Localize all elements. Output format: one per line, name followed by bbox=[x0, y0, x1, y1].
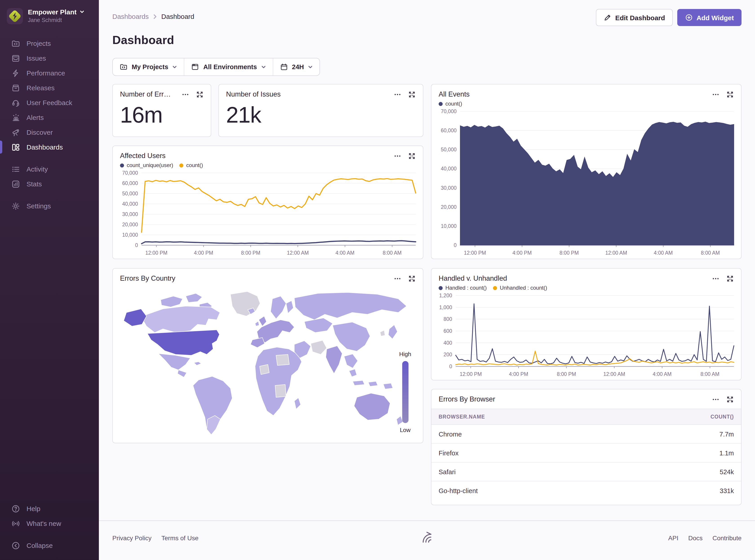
expand-icon[interactable] bbox=[408, 275, 416, 282]
contribute-link[interactable]: Contribute bbox=[713, 534, 741, 542]
table-row: Firefox 1.1m bbox=[431, 444, 741, 463]
breadcrumb-dashboards-link[interactable]: Dashboards bbox=[112, 13, 149, 20]
svg-text:40,000: 40,000 bbox=[441, 166, 457, 172]
user-feedback-icon bbox=[11, 98, 20, 107]
expand-icon[interactable] bbox=[726, 395, 734, 403]
widget-menu-icon[interactable] bbox=[712, 275, 719, 282]
sidebar-item-label: Stats bbox=[26, 180, 42, 188]
country-central-asia bbox=[304, 318, 332, 333]
sidebar-item-collapse[interactable]: Collapse bbox=[0, 538, 99, 553]
widget-handled-unhandled: Handled v. Unhandled Handled : count() bbox=[431, 268, 741, 380]
sidebar-item-issues[interactable]: Issues bbox=[0, 51, 99, 65]
country-finland bbox=[286, 301, 293, 314]
sidebar-item-label: Help bbox=[26, 505, 40, 513]
widget-menu-icon[interactable] bbox=[181, 91, 189, 98]
legend-unhandled[interactable]: Unhandled : count() bbox=[493, 285, 547, 291]
svg-text:200: 200 bbox=[444, 352, 452, 358]
widget-errors-by-country: Errors By Country bbox=[112, 268, 423, 443]
widget-menu-icon[interactable] bbox=[712, 395, 719, 403]
edit-dashboard-label: Edit Dashboard bbox=[615, 14, 665, 21]
country-libya bbox=[276, 355, 289, 365]
widget-menu-icon[interactable] bbox=[394, 275, 401, 282]
widget-menu-icon[interactable] bbox=[712, 91, 719, 98]
country-canadian-islands bbox=[161, 296, 182, 307]
sidebar-item-help[interactable]: Help bbox=[0, 501, 99, 516]
performance-icon bbox=[11, 68, 20, 78]
sidebar-item-user-feedback[interactable]: User Feedback bbox=[0, 95, 99, 110]
expand-icon[interactable] bbox=[726, 91, 734, 98]
org-switcher[interactable]: Empower Plant Jane Schmidt bbox=[0, 0, 99, 24]
sentry-logo-icon bbox=[419, 531, 434, 544]
expand-icon[interactable] bbox=[196, 91, 204, 98]
window-icon bbox=[191, 63, 199, 71]
sidebar: Empower Plant Jane Schmidt Projects Issu… bbox=[0, 0, 99, 560]
table-row: Chrome 7.7m bbox=[431, 425, 741, 444]
svg-text:4:00 PM: 4:00 PM bbox=[512, 250, 531, 256]
folder-code-icon bbox=[119, 63, 128, 71]
issues-icon bbox=[11, 54, 20, 63]
time-range-filter[interactable]: 24H bbox=[273, 58, 320, 76]
legend-low-label: Low bbox=[400, 427, 410, 433]
country-korea bbox=[380, 330, 385, 336]
widget-title: Errors By Browser bbox=[439, 395, 495, 403]
legend-label: Unhandled : count() bbox=[500, 285, 547, 291]
country-india bbox=[326, 346, 342, 374]
api-link[interactable]: API bbox=[668, 534, 678, 542]
edit-dashboard-button[interactable]: Edit Dashboard bbox=[596, 9, 673, 26]
sidebar-item-dashboards[interactable]: Dashboards bbox=[0, 140, 99, 155]
environments-filter[interactable]: All Environments bbox=[185, 58, 273, 76]
projects-filter[interactable]: My Projects bbox=[113, 58, 184, 76]
sidebar-item-performance[interactable]: Performance bbox=[0, 65, 99, 80]
chevron-down-icon bbox=[80, 9, 85, 14]
legend-dot bbox=[439, 286, 443, 290]
sidebar-item-releases[interactable]: Releases bbox=[0, 80, 99, 95]
privacy-policy-link[interactable]: Privacy Policy bbox=[112, 534, 152, 542]
svg-text:600: 600 bbox=[444, 328, 452, 334]
legend-count[interactable]: count() bbox=[179, 162, 203, 168]
country-madagascar bbox=[294, 398, 301, 409]
count-cell: 524k bbox=[720, 468, 734, 475]
svg-text:50,000: 50,000 bbox=[441, 147, 457, 153]
docs-link[interactable]: Docs bbox=[688, 534, 703, 542]
legend-handled[interactable]: Handled : count() bbox=[439, 285, 487, 291]
legend-dot bbox=[179, 163, 183, 167]
sidebar-item-alerts[interactable]: Alerts bbox=[0, 110, 99, 125]
legend-count-unique-user[interactable]: count_unique(user) bbox=[120, 162, 173, 168]
sidebar-item-activity[interactable]: Activity bbox=[0, 162, 99, 177]
widget-menu-icon[interactable] bbox=[394, 152, 401, 160]
legend-dot bbox=[439, 102, 443, 106]
sidebar-item-label: Alerts bbox=[26, 114, 44, 121]
country-alaska bbox=[123, 309, 147, 326]
nav-group-gap bbox=[0, 531, 99, 538]
add-widget-button[interactable]: Add Widget bbox=[677, 9, 741, 26]
sidebar-item-stats[interactable]: Stats bbox=[0, 177, 99, 191]
expand-icon[interactable] bbox=[408, 91, 416, 98]
terms-of-use-link[interactable]: Terms of Use bbox=[161, 534, 198, 542]
widget-number-of-issues: Number of Issues 21k bbox=[218, 84, 423, 137]
widget-number-of-errors: Number of Err… 16m bbox=[112, 84, 211, 137]
svg-text:1,000: 1,000 bbox=[439, 304, 452, 310]
sidebar-nav: Projects Issues Performance Releases Use… bbox=[0, 36, 99, 213]
country-japan bbox=[388, 325, 398, 339]
svg-text:20,000: 20,000 bbox=[441, 204, 457, 210]
widget-all-events: All Events count() 010,00020,00030,00040… bbox=[431, 84, 741, 259]
sidebar-item-whats-new[interactable]: What's new bbox=[0, 516, 99, 531]
activity-icon bbox=[11, 165, 20, 174]
sidebar-item-discover[interactable]: Discover bbox=[0, 125, 99, 140]
svg-text:8:00 PM: 8:00 PM bbox=[241, 250, 260, 256]
sidebar-item-projects[interactable]: Projects bbox=[0, 36, 99, 51]
widget-menu-icon[interactable] bbox=[394, 91, 401, 98]
sidebar-item-label: Collapse bbox=[26, 542, 53, 549]
svg-text:12:00 PM: 12:00 PM bbox=[146, 250, 168, 256]
environments-filter-label: All Environments bbox=[204, 63, 257, 71]
collapse-icon bbox=[11, 541, 20, 550]
svg-text:8:00 AM: 8:00 AM bbox=[700, 371, 719, 377]
expand-icon[interactable] bbox=[408, 152, 416, 160]
legend-count[interactable]: count() bbox=[439, 101, 462, 107]
legend-label: count_unique(user) bbox=[127, 162, 173, 168]
sidebar-item-settings[interactable]: Settings bbox=[0, 199, 99, 213]
legend-gradient-bar bbox=[402, 361, 408, 423]
country-china bbox=[332, 322, 370, 351]
svg-text:30,000: 30,000 bbox=[441, 185, 457, 191]
expand-icon[interactable] bbox=[726, 275, 734, 282]
